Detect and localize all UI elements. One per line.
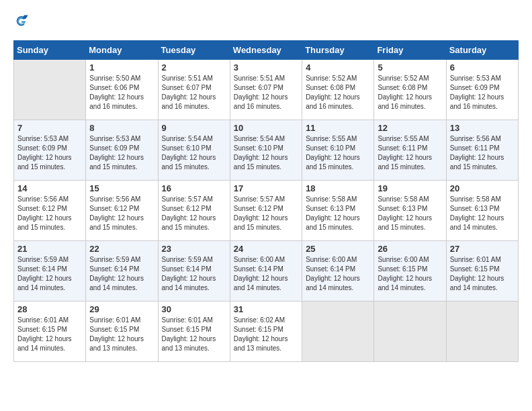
day-info: Sunrise: 6:00 AMSunset: 6:14 PMDaylight:… [306,255,370,293]
day-number: 2 [162,62,226,73]
day-info: Sunrise: 5:52 AMSunset: 6:08 PMDaylight:… [378,74,442,111]
day-info: Sunrise: 6:00 AMSunset: 6:15 PMDaylight:… [378,255,442,293]
calendar-cell: 27Sunrise: 6:01 AMSunset: 6:15 PMDayligh… [446,241,518,302]
calendar-week-row: 14Sunrise: 5:56 AMSunset: 6:12 PMDayligh… [14,181,519,241]
day-number: 22 [89,244,154,254]
day-number: 16 [162,183,226,193]
day-info: Sunrise: 6:02 AMSunset: 6:15 PMDaylight:… [234,316,298,353]
calendar-cell: 18Sunrise: 5:58 AMSunset: 6:13 PMDayligh… [302,181,374,241]
day-info: Sunrise: 5:50 AMSunset: 6:06 PMDaylight:… [89,74,154,111]
day-info: Sunrise: 5:55 AMSunset: 6:11 PMDaylight:… [378,134,442,172]
calendar-cell: 23Sunrise: 5:59 AMSunset: 6:14 PMDayligh… [158,241,230,302]
day-number: 8 [89,123,154,133]
day-info: Sunrise: 5:57 AMSunset: 6:12 PMDaylight:… [162,195,226,232]
weekday-header-tuesday: Tuesday [158,41,230,60]
logo [13,13,32,30]
calendar-cell: 10Sunrise: 5:54 AMSunset: 6:10 PMDayligh… [230,120,302,181]
calendar-cell: 5Sunrise: 5:52 AMSunset: 6:08 PMDaylight… [374,60,446,120]
weekday-header-wednesday: Wednesday [230,41,302,60]
day-info: Sunrise: 5:58 AMSunset: 6:13 PMDaylight:… [450,195,515,232]
calendar-week-row: 21Sunrise: 5:59 AMSunset: 6:14 PMDayligh… [14,241,519,302]
calendar-week-row: 1Sunrise: 5:50 AMSunset: 6:06 PMDaylight… [14,60,519,120]
calendar-table: SundayMondayTuesdayWednesdayThursdayFrid… [13,40,519,362]
calendar-cell: 7Sunrise: 5:53 AMSunset: 6:09 PMDaylight… [14,120,86,181]
day-number: 20 [450,183,515,193]
calendar-cell: 24Sunrise: 6:00 AMSunset: 6:14 PMDayligh… [230,241,302,302]
calendar-cell [14,60,86,120]
calendar-cell: 12Sunrise: 5:55 AMSunset: 6:11 PMDayligh… [374,120,446,181]
day-number: 17 [234,183,298,193]
day-number: 10 [234,123,298,133]
day-number: 11 [306,123,370,133]
calendar-cell: 20Sunrise: 5:58 AMSunset: 6:13 PMDayligh… [446,181,518,241]
calendar-cell: 6Sunrise: 5:53 AMSunset: 6:09 PMDaylight… [446,60,518,120]
calendar-cell: 28Sunrise: 6:01 AMSunset: 6:15 PMDayligh… [14,302,86,362]
day-number: 1 [89,62,154,73]
day-number: 7 [17,123,82,133]
calendar-cell [374,302,446,362]
calendar-cell [446,302,518,362]
day-number: 21 [17,244,82,254]
calendar-cell: 13Sunrise: 5:56 AMSunset: 6:11 PMDayligh… [446,120,518,181]
day-number: 5 [378,62,442,73]
calendar-cell: 17Sunrise: 5:57 AMSunset: 6:12 PMDayligh… [230,181,302,241]
day-info: Sunrise: 5:52 AMSunset: 6:08 PMDaylight:… [306,74,370,111]
day-info: Sunrise: 5:54 AMSunset: 6:10 PMDaylight:… [162,134,226,172]
logo-icon [13,13,30,30]
day-info: Sunrise: 5:59 AMSunset: 6:14 PMDaylight:… [162,255,226,293]
day-number: 4 [306,62,370,73]
day-info: Sunrise: 5:53 AMSunset: 6:09 PMDaylight:… [17,134,82,172]
calendar-cell: 15Sunrise: 5:56 AMSunset: 6:12 PMDayligh… [86,181,158,241]
day-number: 23 [162,244,226,254]
weekday-header-sunday: Sunday [14,41,86,60]
day-number: 6 [450,62,515,73]
day-number: 29 [89,304,154,314]
day-number: 18 [306,183,370,193]
weekday-header-thursday: Thursday [302,41,374,60]
day-info: Sunrise: 6:01 AMSunset: 6:15 PMDaylight:… [450,255,515,293]
calendar-cell: 9Sunrise: 5:54 AMSunset: 6:10 PMDaylight… [158,120,230,181]
day-info: Sunrise: 5:59 AMSunset: 6:14 PMDaylight:… [89,255,154,293]
day-number: 25 [306,244,370,254]
day-info: Sunrise: 5:51 AMSunset: 6:07 PMDaylight:… [234,74,298,111]
day-info: Sunrise: 5:53 AMSunset: 6:09 PMDaylight:… [89,134,154,172]
calendar-week-row: 28Sunrise: 6:01 AMSunset: 6:15 PMDayligh… [14,302,519,362]
weekday-header-row: SundayMondayTuesdayWednesdayThursdayFrid… [14,41,519,60]
page-header [13,13,519,30]
day-info: Sunrise: 5:55 AMSunset: 6:10 PMDaylight:… [306,134,370,172]
day-info: Sunrise: 6:01 AMSunset: 6:15 PMDaylight:… [162,316,226,353]
calendar-cell: 2Sunrise: 5:51 AMSunset: 6:07 PMDaylight… [158,60,230,120]
calendar-cell: 31Sunrise: 6:02 AMSunset: 6:15 PMDayligh… [230,302,302,362]
calendar-cell: 29Sunrise: 6:01 AMSunset: 6:15 PMDayligh… [86,302,158,362]
day-number: 24 [234,244,298,254]
day-info: Sunrise: 5:59 AMSunset: 6:14 PMDaylight:… [17,255,82,293]
day-number: 15 [89,183,154,193]
day-info: Sunrise: 5:53 AMSunset: 6:09 PMDaylight:… [450,74,515,111]
calendar-cell [302,302,374,362]
calendar-cell: 14Sunrise: 5:56 AMSunset: 6:12 PMDayligh… [14,181,86,241]
day-info: Sunrise: 5:56 AMSunset: 6:11 PMDaylight:… [450,134,515,172]
calendar-cell: 1Sunrise: 5:50 AMSunset: 6:06 PMDaylight… [86,60,158,120]
day-number: 9 [162,123,226,133]
calendar-cell: 3Sunrise: 5:51 AMSunset: 6:07 PMDaylight… [230,60,302,120]
day-number: 14 [17,183,82,193]
calendar-cell: 26Sunrise: 6:00 AMSunset: 6:15 PMDayligh… [374,241,446,302]
calendar-cell: 22Sunrise: 5:59 AMSunset: 6:14 PMDayligh… [86,241,158,302]
day-info: Sunrise: 6:00 AMSunset: 6:14 PMDaylight:… [234,255,298,293]
day-number: 28 [17,304,82,314]
day-number: 26 [378,244,442,254]
calendar-cell: 16Sunrise: 5:57 AMSunset: 6:12 PMDayligh… [158,181,230,241]
calendar-cell: 19Sunrise: 5:58 AMSunset: 6:13 PMDayligh… [374,181,446,241]
calendar-cell: 4Sunrise: 5:52 AMSunset: 6:08 PMDaylight… [302,60,374,120]
day-info: Sunrise: 5:58 AMSunset: 6:13 PMDaylight:… [306,195,370,232]
calendar-cell: 21Sunrise: 5:59 AMSunset: 6:14 PMDayligh… [14,241,86,302]
day-number: 31 [234,304,298,314]
day-number: 13 [450,123,515,133]
weekday-header-saturday: Saturday [446,41,518,60]
day-info: Sunrise: 5:56 AMSunset: 6:12 PMDaylight:… [17,195,82,232]
day-number: 30 [162,304,226,314]
weekday-header-friday: Friday [374,41,446,60]
day-info: Sunrise: 6:01 AMSunset: 6:15 PMDaylight:… [17,316,82,353]
day-info: Sunrise: 5:57 AMSunset: 6:12 PMDaylight:… [234,195,298,232]
day-number: 12 [378,123,442,133]
